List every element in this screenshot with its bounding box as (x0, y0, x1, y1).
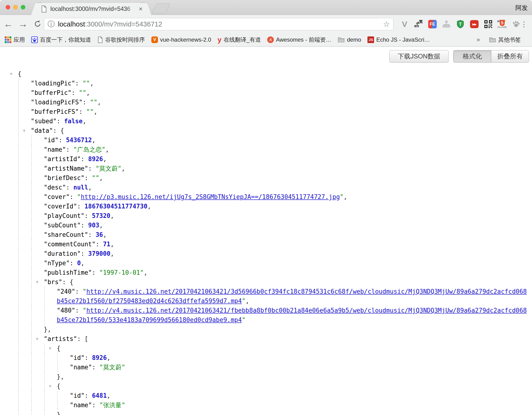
json-punctuation: , (110, 212, 114, 219)
json-line: }, (0, 372, 532, 381)
baidu-paw-icon (31, 37, 38, 43)
indent-guide (18, 145, 19, 154)
html5-player-extension-button[interactable]: ▶5PLAYER (498, 19, 507, 29)
json-punctuation: : (71, 89, 79, 96)
tab-close-icon[interactable]: × (139, 6, 142, 12)
indent-guide (57, 391, 58, 400)
browser-tab[interactable]: localhost:3000/mv?mvid=5436 × (36, 2, 147, 15)
forward-button[interactable]: → (17, 18, 29, 30)
maximize-window-button[interactable] (21, 5, 25, 10)
json-punctuation: , (97, 99, 101, 106)
collapse-toggle-icon[interactable]: ▼ (36, 277, 38, 287)
tampermonkey-extension-button[interactable]: T (456, 19, 465, 29)
json-line: "artistName": "莫文蔚", (0, 164, 532, 173)
vue-devtools-extension-button[interactable]: V (400, 19, 409, 29)
json-punctuation: : (85, 212, 92, 219)
indent-guide (18, 306, 19, 325)
indent-guide (18, 164, 19, 173)
json-link[interactable]: http://v4.music.126.net/20170421063421/f… (57, 307, 527, 323)
url-text[interactable]: localhost:3000/mv?mvid=5436712 (58, 20, 381, 28)
collapse-toggle-icon[interactable]: ▼ (36, 334, 38, 344)
json-punctuation: : (70, 193, 77, 200)
json-literal-value: 6481 (92, 392, 107, 399)
json-line: "cover": "http://p3.music.126.net/ijUg7s… (0, 192, 532, 202)
indent-guide (31, 334, 32, 344)
json-punctuation: : (85, 354, 92, 361)
indent-guide (31, 410, 32, 415)
indent-guide (31, 353, 32, 362)
json-punctuation: : (57, 118, 64, 125)
vue-devtools-icon: V (402, 20, 407, 29)
other-bookmarks-folder[interactable]: 其他书签 (489, 36, 521, 44)
site-info-icon[interactable]: ⓘ (48, 19, 55, 29)
collapse-toggle-icon[interactable]: ▼ (10, 69, 12, 78)
indent-guide (18, 126, 19, 135)
json-key: "cover" (44, 193, 70, 200)
translate-extension-button[interactable]: en英⇄ (414, 19, 423, 29)
indent-guide (31, 183, 32, 192)
new-tab-button[interactable] (152, 4, 170, 13)
qr-code-extension-button[interactable] (484, 19, 493, 29)
minimize-window-button[interactable] (13, 5, 18, 10)
json-literal-value: 903 (88, 222, 99, 229)
json-literal-value: 36 (95, 231, 103, 238)
json-punctuation: : (88, 231, 95, 238)
bookmark-label: 谷歌按时间排序 (105, 36, 145, 44)
bookmark-item-7[interactable]: JSEcho JS - JavaScri… (367, 37, 430, 43)
bookmarks-overflow-icon[interactable]: » (477, 36, 480, 43)
json-line: ▼{ (0, 344, 532, 353)
close-window-button[interactable] (6, 5, 10, 10)
json-punctuation: : (66, 184, 73, 191)
json-line: "briefDesc": "", (0, 173, 532, 183)
fe-icon: FE (428, 20, 437, 29)
indent-guide (18, 410, 19, 415)
format-button[interactable]: 格式化 (454, 50, 491, 62)
reload-button[interactable] (31, 18, 44, 30)
bookmark-item-5[interactable]: AAwesomes - 前端资… (267, 36, 331, 44)
bookmark-item-6[interactable]: demo (338, 37, 361, 43)
json-line: "loadingPic": "", (0, 78, 532, 88)
bookmark-item-0[interactable]: 应用 (5, 36, 25, 44)
bookmark-item-3[interactable]: Vvue-hackernews-2.0 (151, 37, 211, 43)
indent-guide (31, 240, 32, 249)
collapse-toggle-icon[interactable]: ▼ (23, 126, 25, 135)
json-line: "subCount": 903, (0, 221, 532, 230)
json-line: "desc": null, (0, 183, 532, 192)
sitemap-extension-button[interactable] (442, 19, 451, 29)
json-link[interactable]: http://p3.music.126.net/ijUg7s_2S8GMbTNs… (81, 193, 340, 200)
json-key: "id" (44, 136, 59, 144)
bookmark-item-2[interactable]: 谷歌按时间排序 (97, 36, 145, 44)
json-line: "id": 5436712, (0, 135, 532, 145)
fast-forward-extension-button[interactable]: ▶▶ (470, 19, 479, 29)
indent-guide (18, 268, 19, 277)
indent-guide (18, 107, 19, 116)
download-json-button[interactable]: 下载JSON数据 (390, 50, 448, 62)
collapse-toggle-icon[interactable]: ▼ (49, 344, 51, 353)
indent-guide (31, 287, 32, 306)
indent-guide (44, 400, 45, 410)
bookmarks-bar: 应用百度一下，你就知道谷歌按时间排序Vvue-hackernews-2.0y在线… (0, 33, 532, 47)
json-line: "nType": 0, (0, 258, 532, 268)
profile-name[interactable]: 阿发 (515, 4, 528, 12)
url-bar[interactable]: ⓘ localhost:3000/mv?mvid=5436712 ☆ (44, 18, 393, 30)
tab-title: localhost:3000/mv?mvid=5436 (50, 5, 137, 12)
bookmark-item-1[interactable]: 百度一下，你就知道 (31, 36, 91, 44)
indent-guide (44, 391, 45, 400)
json-punctuation: , (81, 260, 85, 267)
bookmark-item-4[interactable]: y在线翻译_有道 (218, 36, 261, 44)
view-mode-segmented-control: 格式化 折叠所有 (453, 50, 529, 62)
json-punctuation: , (144, 269, 148, 276)
json-key: "coverId" (44, 203, 77, 210)
json-string-value: "莫文蔚" (95, 165, 121, 172)
bookmark-star-icon[interactable]: ☆ (383, 20, 390, 29)
collapse-all-button[interactable]: 折叠所有 (491, 50, 529, 62)
json-literal-value: 0 (77, 260, 81, 267)
back-button[interactable]: ← (2, 18, 15, 30)
json-link[interactable]: http://v4.music.126.net/20170421063421/3… (57, 288, 527, 305)
fe-extension-button[interactable]: FE (428, 19, 437, 29)
json-punctuation: : (81, 222, 88, 229)
collapse-toggle-icon[interactable]: ▼ (49, 381, 51, 391)
browser-menu-icon[interactable]: ⋮ (519, 18, 529, 31)
json-line: ▼"data": { (0, 126, 532, 135)
json-string-value: "1997-10-01" (99, 269, 144, 276)
